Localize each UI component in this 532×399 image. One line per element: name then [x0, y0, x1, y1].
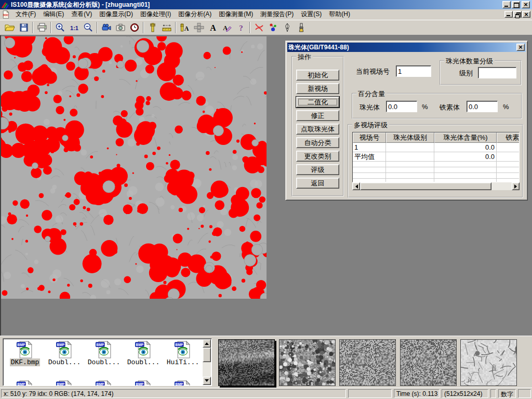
ferrite-percent-input[interactable] [467, 101, 498, 112]
grade-level-label: 级别 [459, 69, 473, 78]
actual-size-button[interactable]: 1:1 [67, 21, 81, 34]
rating-col-2[interactable]: 珠光体含量(%) [434, 132, 497, 143]
rating-col-3[interactable]: 铁素体含量(%) [497, 132, 520, 143]
file-item-Doubl-[interactable]: BMPDoubl... [125, 341, 162, 366]
file-item-DKF-bmp[interactable]: BMPDKF.bmp [6, 341, 44, 366]
menu-item-5[interactable]: 图像分析(A) [175, 9, 215, 20]
menu-item-8[interactable]: 设置(S) [297, 9, 325, 20]
rating-row-0[interactable]: 10.0 [353, 143, 520, 152]
file-item-Doubl-[interactable]: BMPDoubl... [46, 341, 83, 366]
video-camera-button[interactable] [99, 21, 113, 34]
rating-row-5[interactable] [353, 179, 520, 182]
file-item-Doubl-[interactable]: BMPDoubl... [85, 341, 123, 366]
pen-button[interactable] [280, 21, 294, 34]
op-button-4[interactable]: 点取珠光体 [296, 124, 339, 135]
rating-col-0[interactable]: 视场号 [353, 132, 386, 143]
mdi-restore-button[interactable] [513, 11, 522, 18]
annotate-button[interactable]: A [220, 21, 234, 34]
scroll-left-button[interactable] [352, 182, 360, 190]
grid-button[interactable] [192, 21, 206, 34]
pearlite-percent-input[interactable] [386, 101, 417, 112]
preview-thumbnail-4[interactable] [460, 339, 517, 386]
help-button[interactable]: ? [234, 21, 248, 34]
zoom-out-button[interactable] [81, 21, 95, 34]
current-field-input[interactable] [396, 65, 431, 77]
preview-thumbnail-2[interactable] [339, 339, 396, 386]
save-button[interactable] [17, 21, 31, 34]
metallographic-image[interactable] [1, 36, 267, 299]
op-button-5[interactable]: 自动分类 [296, 137, 339, 148]
menu-item-3[interactable]: 图像显示(D) [96, 9, 137, 20]
dialog-title-bar[interactable]: 珠光体(GB/T9441-88) [287, 43, 526, 52]
scroll-right-button[interactable] [512, 182, 520, 190]
classify-button[interactable] [266, 21, 280, 34]
pen-icon [282, 22, 292, 33]
op-button-0[interactable]: 初始化 [296, 70, 339, 81]
ruler-button[interactable] [159, 21, 174, 34]
file-item-label: Doubl... [87, 358, 121, 366]
menu-item-9[interactable]: 帮助(H) [325, 9, 354, 20]
vscroll-thumb[interactable] [203, 348, 211, 362]
scroll-up-button[interactable] [203, 339, 211, 348]
menu-item-7[interactable]: 测量报告(P) [257, 9, 297, 20]
preview-thumbnail-0[interactable] [218, 339, 275, 386]
menu-item-6[interactable]: 图像测量(M) [215, 9, 257, 20]
op-button-7[interactable]: 评级 [296, 164, 339, 175]
file-item-partial-1[interactable]: BMP [46, 380, 83, 386]
mdi-close-button[interactable] [522, 11, 530, 18]
rating-cell [353, 167, 386, 173]
file-item-partial-4[interactable]: BMP [164, 380, 202, 386]
menu-item-2[interactable]: 查看(V) [68, 9, 96, 20]
mdi-minimize-button[interactable] [504, 11, 513, 18]
window-close-button[interactable] [522, 1, 530, 8]
open-button[interactable] [3, 21, 17, 34]
file-item-partial-3[interactable]: BMP [125, 380, 162, 386]
measure-text-button[interactable]: A [178, 21, 192, 34]
caliper-button[interactable] [145, 21, 159, 34]
rating-row-2[interactable] [353, 162, 520, 167]
curve-button[interactable] [252, 21, 266, 34]
op-button-3[interactable]: 修正 [296, 110, 339, 121]
file-browser-vscrollbar[interactable] [203, 339, 211, 385]
rating-row-1[interactable]: 平均值0.0 [353, 152, 520, 162]
preview-thumbnail-1[interactable] [279, 339, 336, 386]
zoom-in-button[interactable] [53, 21, 67, 34]
rating-col-1[interactable]: 珠光体级别 [386, 132, 434, 143]
op-button-1[interactable]: 新视场 [296, 83, 339, 94]
menu-item-4[interactable]: 图像处理(I) [137, 9, 175, 20]
zoom-out-icon [83, 22, 94, 33]
file-browser: BMPDKF.bmpBMPDoubl...BMPDoubl...BMPDoubl… [3, 338, 212, 386]
op-button-8[interactable]: 返回 [296, 178, 339, 189]
file-item-HuiTi-[interactable]: BMPHuiTi... [164, 341, 202, 366]
window-minimize-button[interactable] [502, 1, 511, 8]
scroll-down-button[interactable] [203, 377, 211, 385]
op-button-6[interactable]: 更改类别 [296, 151, 339, 162]
print-button[interactable] [35, 21, 49, 34]
bmp-file-icon: BMP [135, 380, 152, 386]
rating-table-hscrollbar[interactable] [352, 182, 520, 190]
preview-thumbnail-3[interactable] [400, 339, 457, 386]
hscroll-thumb[interactable] [360, 182, 491, 190]
window-maximize-button[interactable] [512, 1, 520, 8]
down-arrow-icon [205, 379, 209, 384]
dialog-close-button[interactable] [516, 44, 525, 51]
brush-button[interactable] [294, 21, 308, 34]
menu-item-1[interactable]: 编辑(E) [39, 9, 68, 20]
rating-row-3[interactable] [353, 167, 520, 173]
camera-button[interactable] [113, 21, 127, 34]
clock-button[interactable] [127, 21, 141, 34]
rating-row-4[interactable] [353, 173, 520, 179]
file-item-partial-2[interactable]: BMP [85, 380, 123, 386]
operation-group-label: 操作 [296, 52, 313, 62]
op-button-2[interactable]: 二值化 [296, 97, 339, 108]
percent-group: 百分含量 珠光体 % 铁素体 % [352, 93, 522, 119]
grade-level-input[interactable] [478, 67, 516, 78]
text-button[interactable]: A [206, 21, 220, 34]
rating-table[interactable]: 视场号珠光体级别珠光体含量(%)铁素体含量(%)10.0平均值0.0 [352, 132, 520, 182]
menu-item-0[interactable]: 文件(F) [12, 9, 39, 20]
svg-text:BMP: BMP [136, 382, 143, 386]
toolbar-separator [143, 22, 144, 33]
file-item-partial-0[interactable]: BMP [6, 380, 44, 386]
rating-cell [497, 179, 520, 182]
print-icon [37, 22, 47, 33]
